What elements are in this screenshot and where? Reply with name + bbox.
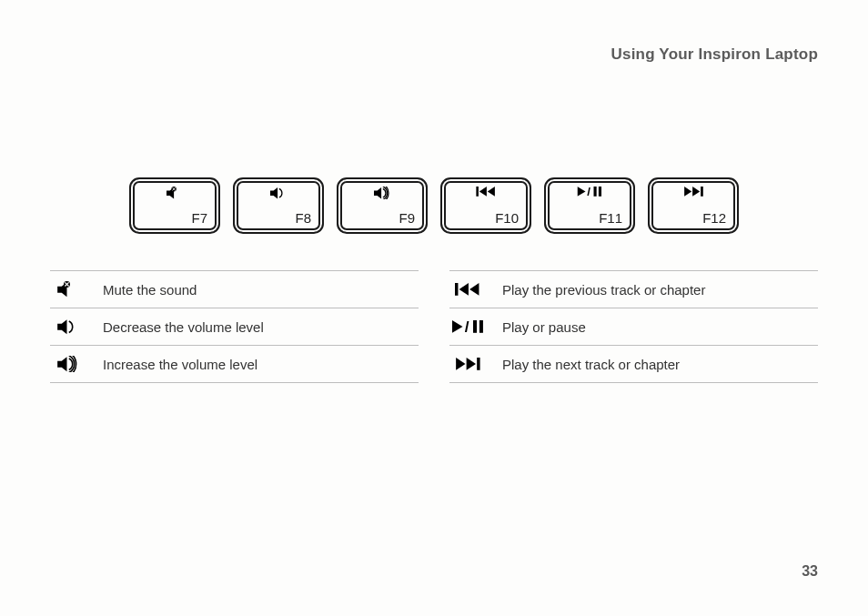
key-f7: F7 bbox=[129, 177, 220, 234]
legend-column-right: Play the previous track or chapter / Pla… bbox=[449, 270, 818, 383]
legend-row: Play the previous track or chapter bbox=[449, 270, 818, 308]
legend-row: Play the next track or chapter bbox=[449, 346, 818, 383]
svg-text:/: / bbox=[465, 320, 469, 333]
mute-icon bbox=[166, 187, 184, 199]
legend-row: Mute the sound bbox=[50, 270, 419, 308]
svg-rect-14 bbox=[479, 320, 483, 333]
key-label: F12 bbox=[702, 210, 726, 226]
svg-text:/: / bbox=[587, 187, 590, 197]
legend-row: Decrease the volume level bbox=[50, 308, 419, 346]
svg-rect-6 bbox=[599, 187, 601, 197]
key-label: F9 bbox=[399, 210, 415, 226]
key-label: F8 bbox=[295, 210, 311, 226]
next-track-icon bbox=[449, 358, 486, 370]
svg-rect-13 bbox=[473, 320, 477, 333]
svg-rect-15 bbox=[477, 358, 479, 370]
legend: Mute the sound Decrease the volume level… bbox=[50, 270, 818, 383]
svg-rect-11 bbox=[455, 283, 458, 296]
key-f10: F10 bbox=[440, 177, 531, 234]
next-track-icon bbox=[683, 187, 703, 197]
volume-down-icon bbox=[50, 318, 86, 335]
play-pause-icon: / bbox=[578, 187, 602, 197]
volume-up-icon bbox=[373, 187, 391, 199]
page-number: 33 bbox=[802, 563, 818, 580]
key-f12: F12 bbox=[648, 177, 739, 234]
legend-column-left: Mute the sound Decrease the volume level… bbox=[50, 270, 419, 383]
page-header: Using Your Inspiron Laptop bbox=[50, 45, 818, 64]
play-pause-icon: / bbox=[449, 320, 486, 333]
legend-text: Play the previous track or chapter bbox=[502, 282, 705, 298]
page-header-title: Using Your Inspiron Laptop bbox=[611, 45, 818, 63]
key-label: F10 bbox=[495, 210, 519, 226]
legend-row: Increase the volume level bbox=[50, 346, 419, 383]
previous-track-icon bbox=[449, 283, 486, 296]
legend-text: Play or pause bbox=[502, 319, 586, 335]
svg-rect-3 bbox=[476, 187, 479, 197]
volume-up-icon bbox=[50, 356, 86, 372]
legend-text: Decrease the volume level bbox=[103, 319, 264, 335]
svg-rect-5 bbox=[593, 187, 596, 197]
legend-row: / Play or pause bbox=[449, 308, 818, 346]
legend-text: Increase the volume level bbox=[103, 357, 257, 372]
key-f11: / F11 bbox=[544, 177, 635, 234]
key-f8: F8 bbox=[233, 177, 324, 234]
key-label: F7 bbox=[191, 210, 207, 226]
key-label: F11 bbox=[599, 210, 622, 226]
function-key-row: F7 F8 F9 F10 / F11 bbox=[50, 177, 818, 234]
legend-text: Mute the sound bbox=[103, 282, 197, 298]
volume-down-icon bbox=[269, 187, 288, 199]
legend-text: Play the next track or chapter bbox=[502, 357, 680, 372]
previous-track-icon bbox=[476, 187, 496, 197]
document-page: Using Your Inspiron Laptop F7 F8 F9 F10 bbox=[0, 0, 868, 616]
mute-icon bbox=[50, 281, 86, 298]
key-f9: F9 bbox=[337, 177, 428, 234]
svg-rect-7 bbox=[701, 187, 703, 197]
